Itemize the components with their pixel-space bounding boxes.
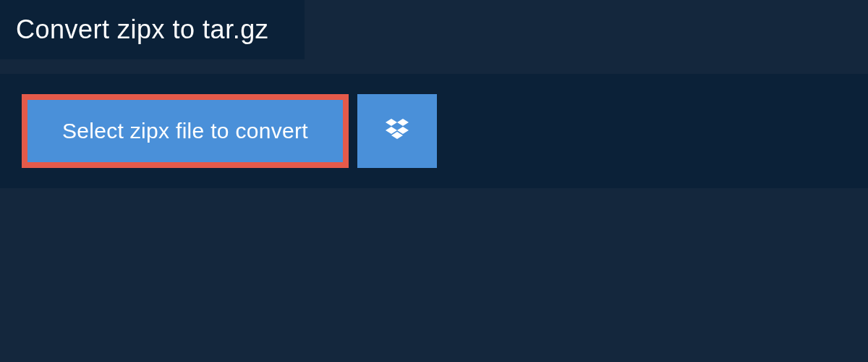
select-file-label: Select zipx file to convert	[62, 119, 308, 143]
button-row: Select zipx file to convert	[22, 94, 846, 168]
content-panel: Select zipx file to convert	[0, 74, 868, 188]
header-tab: Convert zipx to tar.gz	[0, 0, 305, 59]
spacer	[0, 59, 868, 74]
dropbox-icon	[383, 116, 412, 147]
dropbox-button[interactable]	[357, 94, 437, 168]
page-title: Convert zipx to tar.gz	[16, 14, 268, 45]
select-file-button[interactable]: Select zipx file to convert	[22, 94, 349, 168]
